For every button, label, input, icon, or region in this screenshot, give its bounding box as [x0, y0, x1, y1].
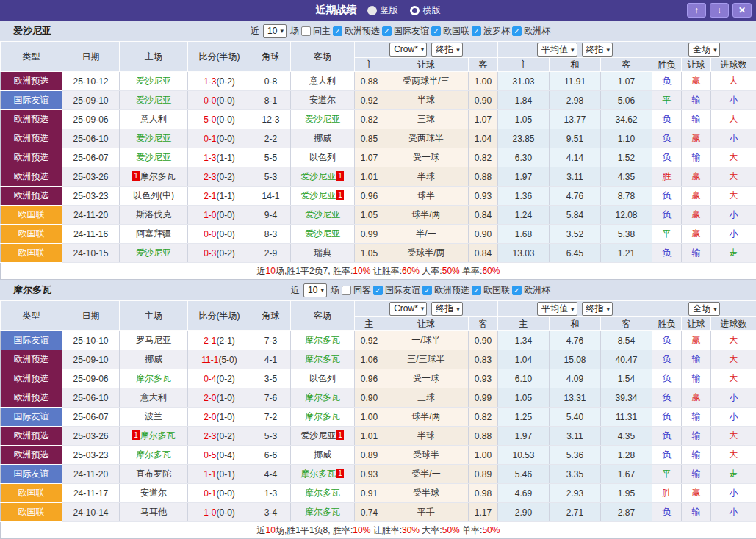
recent-count-select[interactable]: 10▾ [303, 283, 327, 297]
competition-checkbox[interactable]: ✓ [373, 286, 383, 295]
avg-draw-odds: 13.77 [550, 110, 601, 129]
result-goals: 走 [711, 465, 756, 484]
avg-draw-odds: 3.11 [550, 167, 601, 187]
home-team-name: 挪威 [145, 354, 162, 364]
competition-label: 国际友谊 [394, 25, 429, 37]
away-team-cell: 爱沙尼亚 [291, 225, 355, 244]
away-team-cell: 爱沙尼亚1 [291, 167, 355, 187]
handicap-line: 半/一 [384, 225, 469, 244]
avg-away-odds: 34.62 [601, 110, 652, 129]
handicap-line: 受一球 [384, 369, 469, 388]
first-leg-badge: 1 [132, 171, 140, 181]
result-handicap: 输 [682, 91, 711, 110]
result-outcome: 负 [652, 244, 682, 263]
avg-home-odds: 1.97 [498, 427, 550, 446]
full-time-score: 0-3 [204, 248, 216, 258]
move-down-button[interactable]: ↓ [710, 3, 729, 18]
home-team-cell: 1摩尔多瓦 [120, 427, 188, 446]
corner-count: 2-9 [251, 244, 291, 263]
avg-draw-odds: 4.76 [550, 187, 601, 206]
away-team-cell: 安道尔 [291, 91, 355, 110]
avg-draw-odds: 9.51 [550, 129, 601, 148]
home-odds: 0.89 [355, 446, 384, 465]
corner-count: 2-2 [251, 129, 291, 148]
result-goals: 大 [711, 187, 756, 206]
away-odds: 0.99 [469, 388, 498, 408]
page-title: 近期战绩 [316, 4, 357, 17]
match-date: 24-10-14 [62, 503, 120, 522]
competition-checkbox[interactable]: ✓ [512, 26, 522, 36]
odds-company-select[interactable]: Crow*▾ [389, 43, 427, 57]
home-odds: 0.82 [355, 110, 384, 129]
competition-checkbox[interactable]: ✓ [472, 26, 481, 36]
radio-selected-icon[interactable] [367, 6, 377, 15]
corner-count: 7-6 [251, 388, 291, 408]
summary-segment: 60% [402, 266, 420, 276]
away-team-name: 爱沙尼亚 [300, 190, 336, 200]
home-odds: 0.99 [355, 225, 384, 244]
home-odds: 1.01 [355, 427, 384, 446]
score-cell: 0-4(0-2) [188, 369, 251, 388]
column-header: 角球 [251, 42, 291, 72]
home-team-cell: 爱沙尼亚 [120, 91, 188, 110]
dropdown-arrow-icon: ▾ [713, 46, 717, 54]
avg-stage-select[interactable]: 终指▾ [582, 302, 613, 316]
same-venue-label: 同主 [313, 25, 331, 37]
competition-label: 欧洲预选 [434, 284, 469, 297]
scope-select[interactable]: 全场▾ [688, 302, 720, 316]
dropdown-arrow-icon: ▾ [421, 305, 425, 312]
avg-away-odds: 4.35 [601, 427, 652, 446]
handicap-line: 三球 [384, 110, 469, 129]
full-time-score: 0-1 [204, 134, 216, 144]
summary-segment: 10% [353, 266, 370, 276]
match-row: 欧洲预选25-03-23以色列(中)2-1(1-1)14-1爱沙尼亚10.96球… [1, 187, 756, 206]
away-team-cell: 摩尔多瓦 [291, 388, 355, 408]
close-button[interactable]: ✕ [732, 3, 752, 18]
radio-vertical[interactable]: 竖版 [367, 4, 398, 17]
full-time-score: 1-3 [204, 153, 216, 163]
odds-company-select[interactable]: Crow*▾ [389, 302, 427, 316]
scope-select[interactable]: 全场▾ [688, 43, 720, 57]
competition-checkbox[interactable]: ✓ [431, 26, 441, 36]
radio-unselected-icon[interactable] [410, 6, 420, 15]
dropdown-arrow-icon: ▾ [456, 305, 460, 313]
handicap-line: 半球 [384, 91, 469, 110]
sub-column-header: 进球数 [711, 317, 756, 331]
column-header: 日期 [62, 301, 120, 331]
avg-type-select[interactable]: 平均值▾ [537, 43, 577, 57]
home-odds: 1.06 [355, 350, 384, 369]
avg-stage-select[interactable]: 终指▾ [582, 43, 613, 57]
match-date: 25-09-06 [62, 369, 120, 388]
competition-checkbox[interactable]: ✓ [382, 26, 392, 36]
summary-segment: 10 [266, 525, 276, 535]
same-venue-checkbox[interactable] [342, 286, 351, 295]
result-outcome: 负 [652, 129, 682, 148]
avg-type-select[interactable]: 平均值▾ [537, 302, 577, 316]
avg-draw-odds: 5.40 [550, 408, 601, 427]
competition-checkbox[interactable]: ✓ [422, 286, 432, 295]
odds-stage-select[interactable]: 终指▾ [431, 302, 463, 316]
match-row: 欧洲预选25-03-23摩尔多瓦0-5(0-4)6-6挪威0.89受球半1.00… [1, 446, 756, 465]
avg-draw-odds: 11.91 [550, 72, 601, 91]
home-team-cell: 意大利 [120, 110, 188, 129]
avg-draw-odds: 2.71 [550, 503, 601, 522]
competition-checkbox[interactable]: ✓ [472, 286, 481, 295]
recent-count-select[interactable]: 10▾ [263, 24, 287, 38]
competition-checkbox[interactable]: ✓ [333, 26, 342, 36]
same-venue-checkbox[interactable] [301, 26, 311, 36]
column-header: 客场 [291, 301, 355, 331]
match-row: 欧洲预选25-06-10意大利2-0(1-0)7-6摩尔多瓦0.90三球0.99… [1, 388, 756, 408]
avg-home-odds: 13.03 [498, 244, 550, 263]
result-outcome: 负 [652, 148, 682, 167]
away-odds: 0.88 [469, 427, 498, 446]
radio-horizontal[interactable]: 横版 [410, 4, 441, 17]
result-goals: 走 [711, 244, 756, 263]
competition-checkbox[interactable]: ✓ [512, 286, 522, 295]
away-odds: 0.84 [469, 206, 498, 225]
odds-stage-select[interactable]: 终指▾ [431, 43, 463, 57]
half-time-score: (0-2) [217, 431, 235, 441]
corner-count: 4-1 [251, 350, 291, 369]
move-up-button[interactable]: ↑ [687, 3, 706, 18]
score-cell: 1-0(0-0) [188, 206, 251, 225]
half-time-score: (0-0) [217, 507, 235, 518]
